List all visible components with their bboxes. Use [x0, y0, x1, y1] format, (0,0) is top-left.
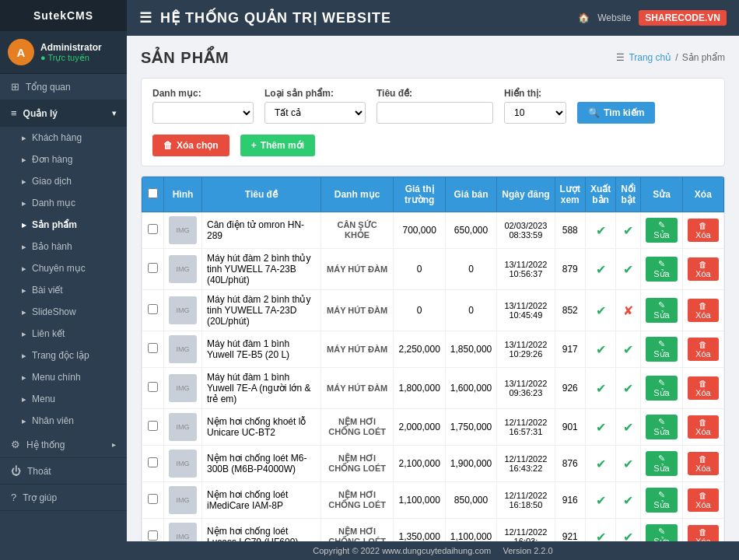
check-icon[interactable]: ✔: [596, 530, 606, 542]
edit-button[interactable]: ✎ Sửa: [646, 451, 677, 476]
topbar: ☰ HỆ THỐNG QUẢN TRỊ WEBSITE 🏠 Website SH…: [127, 0, 739, 36]
sidebar-item-menu[interactable]: ▸ Menu: [0, 388, 127, 410]
row-checkbox[interactable]: [148, 263, 158, 273]
edit-button[interactable]: ✎ Sửa: [646, 376, 677, 401]
check-icon[interactable]: ✔: [596, 457, 606, 471]
row-checkbox[interactable]: [148, 224, 158, 234]
x-icon[interactable]: ✘: [623, 304, 633, 317]
edit-button[interactable]: ✎ Sửa: [646, 218, 677, 243]
check-icon[interactable]: ✔: [623, 457, 633, 471]
row-checkbox[interactable]: [148, 304, 158, 314]
select-all-checkbox[interactable]: [148, 188, 158, 198]
delete-button[interactable]: 🗑 Xóa: [688, 219, 719, 242]
check-icon[interactable]: ✔: [596, 494, 606, 507]
search-button[interactable]: 🔍 Tìm kiếm: [577, 102, 655, 124]
check-icon[interactable]: ✔: [623, 382, 633, 395]
product-publish-status[interactable]: ✔: [585, 482, 615, 519]
product-views: 926: [555, 368, 585, 409]
row-checkbox[interactable]: [148, 494, 158, 504]
tieu-de-input[interactable]: [377, 102, 493, 124]
delete-button[interactable]: 🗑 Xóa: [688, 257, 719, 281]
product-price-original: 1,100,000: [394, 482, 445, 519]
hien-thi-select[interactable]: 10 20 50: [504, 102, 566, 124]
row-checkbox[interactable]: [148, 382, 158, 392]
sidebar-item-tong-quan[interactable]: ⊞ Tổng quan: [0, 74, 127, 100]
delete-button[interactable]: 🗑 Xóa: [688, 415, 719, 439]
product-featured-status[interactable]: ✔: [616, 368, 641, 409]
sidebar-item-trang-doc-lap[interactable]: ▸ Trang độc lập: [0, 345, 127, 366]
product-featured-status[interactable]: ✔: [616, 409, 641, 446]
row-checkbox[interactable]: [148, 457, 158, 467]
sidebar-item-nhan-vien[interactable]: ▸ Nhân viên: [0, 410, 127, 432]
sidebar-item-menu-chinh[interactable]: ▸ Menu chính: [0, 366, 127, 388]
product-publish-status[interactable]: ✔: [585, 331, 615, 368]
check-icon[interactable]: ✔: [623, 263, 633, 276]
check-icon[interactable]: ✔: [623, 224, 633, 237]
check-icon[interactable]: ✔: [596, 304, 606, 317]
check-icon[interactable]: ✔: [623, 494, 633, 507]
sidebar-item-danh-muc[interactable]: ▸ Danh mục: [0, 192, 127, 214]
sidebar-item-bai-viet[interactable]: ▸ Bài viết: [0, 279, 127, 301]
col-danh-muc: Danh mục: [320, 177, 394, 212]
sidebar-item-khach-hang[interactable]: ▸ Khách hàng: [0, 127, 127, 149]
check-icon[interactable]: ✔: [623, 530, 633, 542]
sidebar-item-don-hang[interactable]: ▸ Đơn hàng: [0, 149, 127, 170]
sidebar-item-he-thong[interactable]: ⚙ Hệ thống ▸: [0, 432, 127, 458]
product-publish-status[interactable]: ✔: [585, 446, 615, 482]
product-featured-status[interactable]: ✘: [616, 290, 641, 331]
product-publish-status[interactable]: ✔: [585, 519, 615, 542]
product-publish-status[interactable]: ✔: [585, 249, 615, 290]
product-featured-status[interactable]: ✔: [616, 249, 641, 290]
danh-muc-select[interactable]: [152, 102, 254, 124]
check-icon[interactable]: ✔: [596, 224, 606, 237]
edit-button[interactable]: ✎ Sửa: [646, 524, 677, 541]
product-featured-status[interactable]: ✔: [616, 519, 641, 542]
sidebar-item-thoat[interactable]: ⏻ Thoát: [0, 458, 127, 485]
sidebar-section-quan-ly[interactable]: ≡ Quản lý ▾: [0, 100, 127, 127]
sidebar-item-chuyen-muc[interactable]: ▸ Chuyên mục: [0, 257, 127, 279]
delete-button[interactable]: 🗑 Xóa: [688, 488, 719, 512]
sidebar-item-tro-giup[interactable]: ? Trợ giúp: [0, 485, 127, 511]
main-area: ☰ HỆ THỐNG QUẢN TRỊ WEBSITE 🏠 Website SH…: [127, 0, 739, 560]
edit-button[interactable]: ✎ Sửa: [646, 298, 677, 323]
add-new-button[interactable]: + Thêm mới: [240, 135, 315, 156]
table-row: IMG Cân điện tử omron HN-289 CÂN SỨC KHỎ…: [142, 212, 724, 249]
sidebar-item-san-pham[interactable]: ▸ Sản phẩm: [0, 214, 127, 236]
check-icon[interactable]: ✔: [596, 263, 606, 276]
product-publish-status[interactable]: ✔: [585, 368, 615, 409]
check-icon[interactable]: ✔: [623, 343, 633, 356]
delete-button[interactable]: 🗑 Xóa: [688, 299, 719, 322]
row-checkbox[interactable]: [148, 421, 158, 431]
check-icon[interactable]: ✔: [596, 382, 606, 395]
edit-button[interactable]: ✎ Sửa: [646, 488, 677, 513]
product-publish-status[interactable]: ✔: [585, 212, 615, 249]
breadcrumb-home[interactable]: Trang chủ: [629, 52, 671, 63]
delete-button[interactable]: 🗑 Xóa: [688, 452, 719, 475]
product-publish-status[interactable]: ✔: [585, 409, 615, 446]
sidebar-item-lien-ket[interactable]: ▸ Liên kết: [0, 323, 127, 345]
sidebar-item-slideshow[interactable]: ▸ SlideShow: [0, 301, 127, 323]
edit-button[interactable]: ✎ Sửa: [646, 337, 677, 362]
product-featured-status[interactable]: ✔: [616, 331, 641, 368]
loai-san-pham-select[interactable]: Tất cả: [264, 102, 366, 124]
sidebar-item-giao-dich[interactable]: ▸ Giao dịch: [0, 170, 127, 192]
row-checkbox[interactable]: [148, 343, 158, 353]
website-link[interactable]: Website: [597, 12, 631, 23]
product-featured-status[interactable]: ✔: [616, 482, 641, 519]
delete-button[interactable]: 🗑 Xóa: [688, 376, 719, 400]
delete-button[interactable]: 🗑 Xóa: [688, 338, 719, 361]
product-featured-status[interactable]: ✔: [616, 212, 641, 249]
sidebar-item-bao-hanh[interactable]: ▸ Bảo hành: [0, 236, 127, 257]
check-icon[interactable]: ✔: [596, 343, 606, 356]
row-checkbox[interactable]: [148, 530, 158, 541]
col-gia-thi-truong: Giá thịtrường: [394, 177, 445, 212]
check-icon[interactable]: ✔: [623, 421, 633, 434]
edit-button[interactable]: ✎ Sửa: [646, 415, 677, 439]
product-publish-status[interactable]: ✔: [585, 290, 615, 331]
edit-button[interactable]: ✎ Sửa: [646, 257, 677, 282]
delete-button[interactable]: 🗑 Xóa: [688, 525, 719, 541]
check-icon[interactable]: ✔: [596, 421, 606, 434]
delete-selected-button[interactable]: 🗑 Xóa chọn: [152, 135, 229, 156]
product-featured-status[interactable]: ✔: [616, 446, 641, 482]
chevron-right-icon: ▸: [112, 440, 116, 449]
